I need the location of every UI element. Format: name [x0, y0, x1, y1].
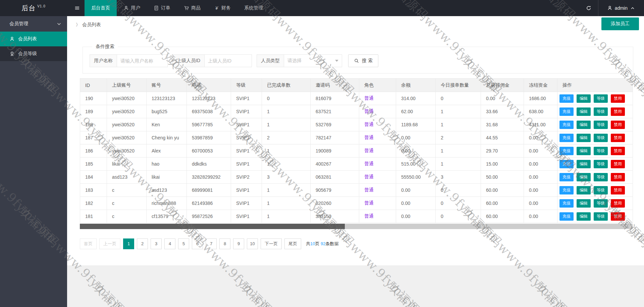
page-number-button[interactable]: 10 — [247, 238, 258, 249]
person-type-select[interactable]: 请选择 — [284, 55, 342, 67]
recharge-button[interactable]: 充值 — [559, 199, 574, 208]
level-button[interactable]: 等级 — [594, 134, 608, 142]
column-header: 操作 — [557, 79, 633, 92]
recharge-button[interactable]: 充值 — [559, 173, 574, 181]
recharge-button[interactable]: 充值 — [559, 134, 574, 142]
nav-tab[interactable]: 商品 — [177, 0, 207, 16]
table-row: 185 likai hao ddkdks SVIP1 1 400267 普通 — [80, 158, 633, 171]
page-number-button[interactable]: 9 — [233, 238, 244, 249]
last-page-button[interactable]: 尾页 — [284, 238, 301, 249]
cell-today-orders: 0 — [436, 197, 481, 210]
role-link[interactable]: 普通 — [364, 108, 374, 114]
search-button[interactable]: 搜 索 — [348, 54, 378, 67]
edit-button[interactable]: 编辑 — [577, 160, 591, 168]
recharge-button[interactable]: 充值 — [559, 94, 574, 103]
role-link[interactable]: 普通 — [364, 174, 374, 179]
scrollbar-thumb[interactable] — [80, 224, 345, 229]
first-page-button[interactable]: 首页 — [80, 238, 97, 249]
disable-button[interactable]: 禁用 — [611, 173, 625, 181]
cell-parent-account: c — [107, 197, 147, 210]
username-input[interactable] — [117, 55, 167, 67]
disable-button[interactable]: 禁用 — [611, 134, 625, 142]
search-row: 用户名称 上级人员ID 人员类型 请选择 — [90, 54, 626, 67]
level-button[interactable]: 等级 — [594, 186, 608, 194]
disable-button[interactable]: 禁用 — [611, 186, 625, 194]
page-number-button[interactable]: 8 — [219, 238, 230, 249]
level-button[interactable]: 等级 — [594, 147, 608, 155]
cell-balance: 55550.00 — [396, 171, 436, 184]
disable-button[interactable]: 禁用 — [611, 107, 625, 116]
nav-tab[interactable]: 订单 — [147, 0, 177, 16]
disable-button[interactable]: 禁用 — [611, 212, 625, 221]
page-number-button[interactable]: 2 — [137, 238, 148, 249]
admin-user-menu[interactable]: admin — [598, 0, 644, 16]
page-number-button[interactable]: 1 — [123, 238, 134, 249]
recharge-button[interactable]: 充值 — [559, 147, 574, 155]
yen-icon: ¥ — [214, 5, 219, 11]
disable-button[interactable]: 禁用 — [611, 160, 625, 168]
role-link[interactable]: 普通 — [364, 148, 374, 153]
level-button[interactable]: 等级 — [594, 160, 608, 168]
menu-toggle-button[interactable] — [70, 0, 85, 16]
edit-button[interactable]: 编辑 — [577, 199, 591, 208]
role-link[interactable]: 普通 — [364, 135, 374, 140]
role-link[interactable]: 普通 — [364, 95, 374, 101]
role-link[interactable]: 普通 — [364, 213, 374, 219]
next-page-button[interactable]: 下一页 — [261, 238, 282, 249]
prev-page-button[interactable]: 上一页 — [99, 238, 120, 249]
recharge-button[interactable]: 充值 — [559, 107, 574, 116]
recharge-button[interactable]: 充值 — [559, 160, 574, 168]
table-row: 184 asd123 likai 32828299292 SVIP2 3 063… — [80, 171, 633, 184]
cell-completed-orders: 3 — [262, 171, 311, 184]
role-link[interactable]: 普通 — [364, 187, 374, 192]
disable-button[interactable]: 禁用 — [611, 121, 625, 129]
recharge-button[interactable]: 充值 — [559, 212, 574, 221]
cell-total-commission: 0.00 — [481, 92, 524, 105]
page-number-button[interactable]: 6 — [192, 238, 203, 249]
disable-button[interactable]: 禁用 — [611, 199, 625, 208]
page-number-button[interactable]: 4 — [164, 238, 175, 249]
edit-button[interactable]: 编辑 — [577, 186, 591, 194]
cell-completed-orders: 1 — [262, 158, 311, 171]
recharge-button[interactable]: 充值 — [559, 121, 574, 129]
level-button[interactable]: 等级 — [594, 121, 608, 129]
sidebar-item[interactable]: 会员列表 — [0, 32, 67, 46]
level-button[interactable]: 等级 — [594, 173, 608, 181]
edit-button[interactable]: 编辑 — [577, 147, 591, 155]
level-button[interactable]: 等级 — [594, 212, 608, 221]
add-staff-button[interactable]: 添加员工 — [601, 17, 639, 30]
sidebar-group-member-management[interactable]: 会员管理 — [0, 16, 67, 32]
recharge-button[interactable]: 充值 — [559, 186, 574, 194]
edit-button[interactable]: 编辑 — [577, 212, 591, 221]
edit-button[interactable]: 编辑 — [577, 94, 591, 103]
app-version: V1.0 — [37, 4, 46, 8]
nav-tab[interactable]: ¥ 财务 — [207, 0, 237, 16]
role-link[interactable]: 普通 — [364, 200, 374, 206]
disable-button[interactable]: 禁用 — [611, 147, 625, 155]
edit-button[interactable]: 编辑 — [577, 173, 591, 181]
level-button[interactable]: 等级 — [594, 107, 608, 116]
sidebar-item[interactable]: 会员等级 — [0, 46, 67, 61]
cell-today-orders: 1 — [436, 158, 481, 171]
nav-tab[interactable]: 后台首页 — [85, 0, 117, 16]
level-button[interactable]: 等级 — [594, 199, 608, 208]
cell-total-commission: 31.68 — [481, 118, 524, 131]
edit-button[interactable]: 编辑 — [577, 134, 591, 142]
page-number-button[interactable]: 3 — [151, 238, 162, 249]
level-button[interactable]: 等级 — [594, 94, 608, 103]
page-number-button[interactable]: 7 — [206, 238, 217, 249]
breadcrumb-icon: 》 — [76, 22, 80, 28]
cell-frozen-funds: 0.00 — [524, 210, 557, 223]
refresh-button[interactable] — [579, 0, 598, 16]
nav-tab[interactable]: 用户 — [117, 0, 147, 16]
nav-tab[interactable]: 系统管理 — [237, 0, 270, 16]
disable-button[interactable]: 禁用 — [611, 94, 625, 103]
edit-button[interactable]: 编辑 — [577, 107, 591, 116]
person-type-value: 请选择 — [287, 58, 302, 64]
role-link[interactable]: 普通 — [364, 122, 374, 127]
edit-button[interactable]: 编辑 — [577, 121, 591, 129]
parent-id-input[interactable] — [205, 55, 252, 67]
role-link[interactable]: 普通 — [364, 161, 374, 166]
cell-phone: 123123123 — [187, 92, 231, 105]
page-number-button[interactable]: 5 — [178, 238, 189, 249]
